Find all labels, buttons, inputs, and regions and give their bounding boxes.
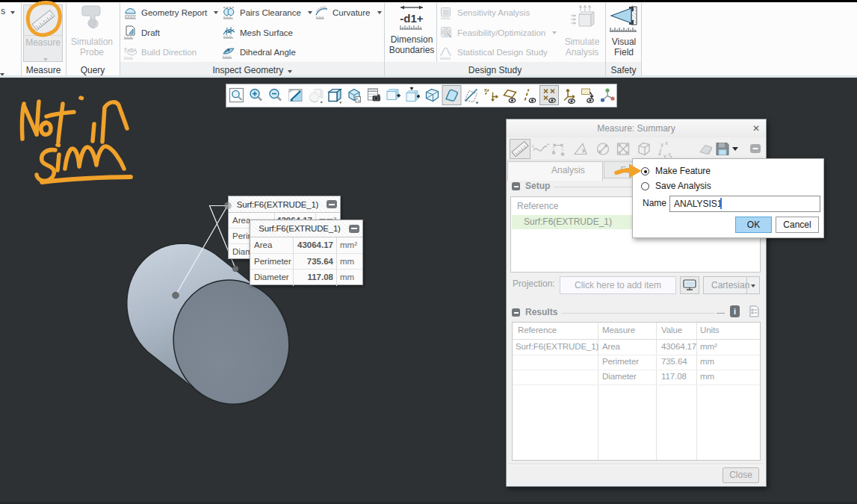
svg-text:-d1+: -d1+ [400, 12, 424, 25]
svg-text:x: x [665, 140, 668, 146]
svg-text:z: z [659, 147, 662, 154]
